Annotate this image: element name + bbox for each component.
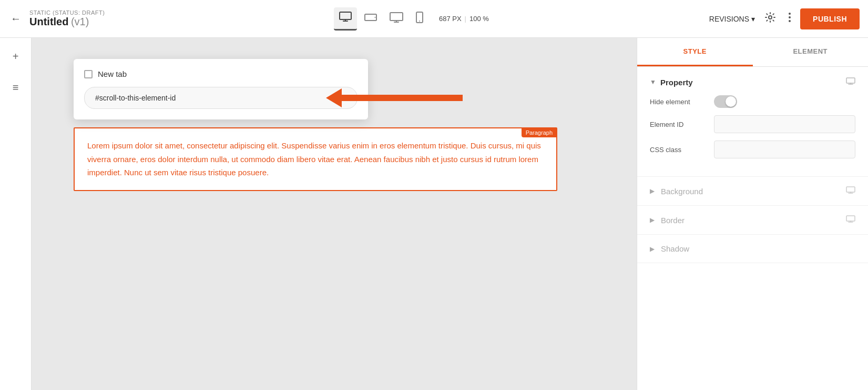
hide-element-row: Hide element <box>650 95 855 108</box>
lorem-ipsum-text: Lorem ipsum dolor sit amet, consectetur … <box>75 128 556 190</box>
toggle-knob <box>726 96 736 107</box>
background-device-icon <box>846 186 855 196</box>
svg-point-7 <box>789 13 791 15</box>
dimension-value: 687 PX <box>439 15 462 23</box>
left-sidebar: + ≡ <box>0 38 32 390</box>
property-section-title: Property <box>660 78 693 87</box>
new-tab-row: New tab <box>84 69 358 78</box>
css-class-row: CSS class <box>650 141 855 158</box>
svg-rect-3 <box>390 13 403 21</box>
border-section: ▶ Border <box>637 206 868 235</box>
css-class-label: CSS class <box>650 146 708 154</box>
background-section-title: Background <box>661 187 703 196</box>
paragraph-badge: Paragraph <box>522 128 557 137</box>
svg-point-5 <box>419 21 420 22</box>
chevron-down-icon: ▾ <box>751 15 755 23</box>
border-device-icon <box>846 215 855 225</box>
topbar-right: REVISIONS ▾ PUBLISH <box>709 8 860 29</box>
property-device-icon <box>846 77 855 87</box>
svg-rect-11 <box>846 187 855 192</box>
element-id-label: Element ID <box>650 121 708 128</box>
chevron-right-icon: ▶ <box>650 216 655 224</box>
hide-element-label: Hide element <box>650 98 708 106</box>
svg-rect-0 <box>340 12 351 19</box>
section-header-left: ▶ Shadow <box>650 244 689 253</box>
menu-button[interactable]: ≡ <box>8 77 23 98</box>
topbar: ← STATIC (STATUS: DRAFT) Untitled (v1) <box>0 0 868 38</box>
topbar-center: 687 PX | 100 % <box>120 7 703 31</box>
chevron-right-icon: ▶ <box>650 245 655 253</box>
svg-point-9 <box>789 20 791 22</box>
chevron-down-icon: ▼ <box>650 78 656 86</box>
panel-content: ▼ Property Hide element <box>637 67 868 390</box>
revisions-button[interactable]: REVISIONS ▾ <box>709 15 755 23</box>
chevron-right-icon: ▶ <box>650 187 655 195</box>
url-input-row <box>84 87 358 109</box>
arrow-line <box>342 95 463 101</box>
page-title: Untitled (v1) <box>29 16 105 28</box>
element-id-input[interactable] <box>714 115 855 133</box>
svg-point-2 <box>374 17 375 18</box>
svg-point-8 <box>789 16 791 18</box>
canvas-area: New tab Paragraph Lorem ipsum dolor sit … <box>32 38 637 390</box>
more-options-button[interactable] <box>785 11 794 27</box>
main-layout: + ≡ New tab Paragraph Lorem ipsum dolor … <box>0 38 868 390</box>
link-popup: New tab <box>74 59 368 119</box>
back-button[interactable]: ← <box>8 11 23 27</box>
add-element-button[interactable]: + <box>8 46 23 67</box>
device-mobile-button[interactable] <box>411 7 428 30</box>
section-header-left: ▼ Property <box>650 78 693 87</box>
shadow-section-title: Shadow <box>661 244 689 253</box>
shadow-section-header[interactable]: ▶ Shadow <box>650 244 855 253</box>
border-section-header[interactable]: ▶ Border <box>650 215 855 225</box>
paragraph-block[interactable]: Paragraph Lorem ipsum dolor sit amet, co… <box>74 127 557 191</box>
new-tab-checkbox[interactable] <box>84 70 93 78</box>
property-section: ▼ Property Hide element <box>637 67 868 177</box>
svg-rect-10 <box>846 78 855 83</box>
tab-style[interactable]: STYLE <box>637 38 753 66</box>
settings-button[interactable] <box>761 9 779 28</box>
device-tablet-landscape-button[interactable] <box>359 8 382 29</box>
device-monitor-button[interactable] <box>384 8 409 29</box>
background-section-header[interactable]: ▶ Background <box>650 186 855 196</box>
url-input[interactable] <box>84 87 358 109</box>
title-block: STATIC (STATUS: DRAFT) Untitled (v1) <box>29 9 105 28</box>
zoom-value: 100 % <box>469 15 489 23</box>
device-desktop-button[interactable] <box>334 7 357 31</box>
tab-element[interactable]: ELEMENT <box>753 38 869 66</box>
section-header-left: ▶ Background <box>650 187 703 196</box>
css-class-input[interactable] <box>714 141 855 158</box>
element-id-row: Element ID <box>650 115 855 133</box>
background-section: ▶ Background <box>637 177 868 206</box>
svg-point-6 <box>769 16 772 19</box>
shadow-section: ▶ Shadow <box>637 235 868 263</box>
hide-element-toggle[interactable] <box>714 95 737 108</box>
dimension-display: 687 PX | 100 % <box>439 15 489 23</box>
property-section-header[interactable]: ▼ Property <box>650 77 855 87</box>
border-section-title: Border <box>661 216 685 225</box>
section-header-left: ▶ Border <box>650 216 685 225</box>
svg-rect-12 <box>846 216 855 221</box>
new-tab-label: New tab <box>98 69 127 78</box>
status-text: STATIC (STATUS: DRAFT) <box>29 9 105 16</box>
panel-tabs: STYLE ELEMENT <box>637 38 868 67</box>
right-panel: STYLE ELEMENT ▼ Property <box>637 38 868 390</box>
publish-button[interactable]: PUBLISH <box>800 8 860 29</box>
topbar-left: ← STATIC (STATUS: DRAFT) Untitled (v1) <box>8 9 114 28</box>
